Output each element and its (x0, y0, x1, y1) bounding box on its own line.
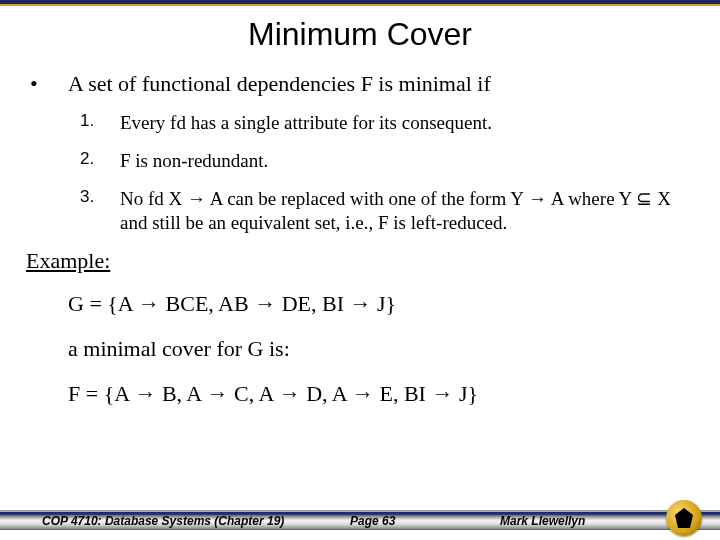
ucf-logo-icon (666, 500, 702, 536)
footer-author: Mark Llewellyn (500, 514, 585, 528)
list-number: 3. (80, 187, 120, 207)
bullet-text: A set of functional dependencies F is mi… (68, 71, 491, 97)
list-item: 1. Every fd has a single attribute for i… (80, 111, 696, 135)
top-accent-bar (0, 0, 720, 6)
example-set-g: G = {A → BCE, AB → DE, BI → J} (68, 290, 696, 319)
list-text: No fd X → A can be replaced with one of … (120, 187, 696, 235)
list-number: 1. (80, 111, 120, 131)
example-body: G = {A → BCE, AB → DE, BI → J} a minimal… (24, 290, 696, 408)
pegasus-icon (674, 508, 694, 528)
list-item: 2. F is non-redundant. (80, 149, 696, 173)
list-text: Every fd has a single attribute for its … (120, 111, 512, 135)
list-text: F is non-redundant. (120, 149, 288, 173)
slide-title: Minimum Cover (0, 16, 720, 53)
example-heading: Example: (24, 248, 696, 274)
slide-content: • A set of functional dependencies F is … (0, 71, 720, 408)
example-set-f: F = {A → B, A → C, A → D, A → E, BI → J} (68, 380, 696, 409)
footer-page: Page 63 (350, 514, 395, 528)
footer-course: COP 4710: Database Systems (Chapter 19) (42, 514, 284, 528)
list-number: 2. (80, 149, 120, 169)
slide-footer: COP 4710: Database Systems (Chapter 19) … (0, 502, 720, 540)
bullet-item: • A set of functional dependencies F is … (24, 71, 696, 97)
numbered-list: 1. Every fd has a single attribute for i… (24, 111, 696, 234)
example-mid-text: a minimal cover for G is: (68, 335, 696, 364)
list-item: 3. No fd X → A can be replaced with one … (80, 187, 696, 235)
bullet-marker: • (24, 71, 68, 97)
